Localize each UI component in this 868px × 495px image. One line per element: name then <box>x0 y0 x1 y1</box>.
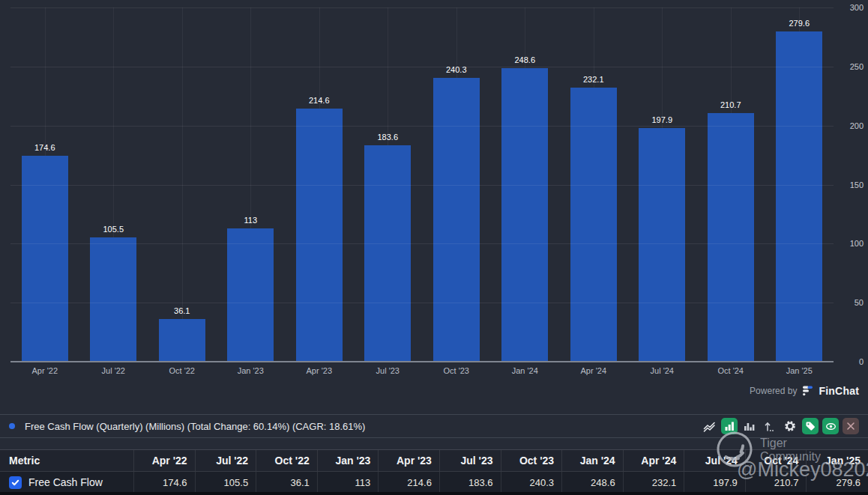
h-gridline <box>10 243 834 244</box>
x-tick-label: Jan '25 <box>765 366 834 375</box>
table-header-row: Metric Apr '22Jul '22Oct '22Jan '23Apr '… <box>0 450 868 472</box>
y-tick-label: 200 <box>850 121 864 130</box>
y-tick-label: 0 <box>859 357 864 366</box>
bar-Jan '24[interactable] <box>501 68 548 362</box>
series-name: Free Cash Flow <box>28 476 103 488</box>
h-gridline <box>10 185 834 186</box>
x-tick-label: Apr '23 <box>285 366 354 375</box>
value-cell: 197.9 <box>684 472 746 493</box>
metrics-table: Metric Apr '22Jul '22Oct '22Jan '23Apr '… <box>0 449 868 494</box>
bar-Oct '22[interactable] <box>159 319 205 362</box>
bar-Jul '23[interactable] <box>364 145 411 362</box>
h-gridline <box>10 67 834 67</box>
column-header: Apr '23 <box>379 450 440 471</box>
bar-value-label: 279.6 <box>765 19 834 28</box>
gear-icon[interactable] <box>782 418 798 434</box>
h-gridline <box>10 7 834 8</box>
value-cell: 214.6 <box>379 472 440 493</box>
y-tick-label: 100 <box>850 239 864 248</box>
plot-area: 174.6105.536.1113214.6183.6240.3248.6232… <box>10 7 834 362</box>
bar-Oct '24[interactable] <box>708 113 754 362</box>
close-button[interactable] <box>843 418 859 434</box>
y-tick-label: 250 <box>850 62 864 71</box>
bar-Jul '24[interactable] <box>639 128 685 362</box>
axis-scale-icon[interactable] <box>762 418 778 434</box>
value-cell: 183.6 <box>440 472 501 493</box>
legend-bar: Free Cash Flow (Quarterly) (Millions) (T… <box>0 414 868 438</box>
grouped-bars-icon[interactable] <box>741 418 758 434</box>
column-header: Apr '24 <box>624 450 685 471</box>
metric-name-cell: Free Cash Flow <box>0 472 134 493</box>
value-cell: 36.1 <box>256 472 318 493</box>
series-label: Free Cash Flow (Quarterly) (Millions) (T… <box>25 421 365 432</box>
chart-toolbar <box>701 418 859 434</box>
value-cell: 113 <box>318 472 379 493</box>
series-checkbox[interactable] <box>9 476 22 489</box>
column-header: Jan '24 <box>562 450 624 471</box>
column-header: Apr '22 <box>134 450 196 471</box>
column-header: Jul '23 <box>440 450 501 471</box>
h-gridline <box>10 126 834 127</box>
tag-button[interactable] <box>802 418 819 434</box>
column-header: Oct '22 <box>256 450 318 471</box>
bar-value-label: 210.7 <box>696 100 765 109</box>
eye-button[interactable] <box>822 418 839 434</box>
finchat-chart-widget: 174.6105.536.1113214.6183.6240.3248.6232… <box>0 0 868 495</box>
column-header: Oct '24 <box>746 450 807 471</box>
y-tick-label: 50 <box>855 298 864 307</box>
brand-name: FinChat <box>819 385 859 397</box>
bar-value-label: 105.5 <box>79 225 148 234</box>
powered-by-label: Powered by <box>750 386 797 396</box>
bar-Apr '22[interactable] <box>22 156 68 362</box>
value-cell: 240.3 <box>501 472 563 493</box>
metric-column-header: Metric <box>0 450 134 471</box>
value-cell: 248.6 <box>562 472 624 493</box>
column-header: Jul '22 <box>196 450 257 471</box>
x-axis-line <box>10 361 834 362</box>
x-tick-label: Oct '24 <box>696 366 765 375</box>
x-tick-label: Jul '23 <box>354 366 423 375</box>
bar-Jan '25[interactable] <box>776 31 822 362</box>
bar-value-label: 232.1 <box>559 75 628 84</box>
bar-value-label: 36.1 <box>148 306 217 315</box>
x-tick-label: Apr '22 <box>10 366 79 375</box>
value-cell: 105.5 <box>196 472 257 493</box>
series-dot-icon <box>9 423 15 429</box>
column-header: Jan '23 <box>318 450 379 471</box>
powered-by: Powered by FinChat <box>750 384 859 397</box>
value-cell: 279.6 <box>807 472 868 493</box>
column-header: Jul '24 <box>684 450 746 471</box>
column-header: Jan '25 <box>807 450 868 471</box>
x-tick-label: Jan '24 <box>491 366 560 375</box>
x-tick-label: Jul '22 <box>79 366 148 375</box>
value-cell: 210.7 <box>746 472 807 493</box>
bar-value-label: 197.9 <box>628 115 697 124</box>
x-tick-label: Jul '24 <box>628 366 697 375</box>
column-header: Oct '23 <box>501 450 563 471</box>
x-tick-label: Oct '22 <box>148 366 217 375</box>
bar-value-label: 248.6 <box>491 55 560 64</box>
x-axis-labels: Apr '22Jul '22Oct '22Jan '23Apr '23Jul '… <box>10 366 834 375</box>
bar-Jul '22[interactable] <box>90 237 136 362</box>
table-data-row: Free Cash Flow 174.6105.536.1113214.6183… <box>0 472 868 493</box>
y-tick-label: 150 <box>850 180 864 189</box>
bar-Apr '24[interactable] <box>570 88 617 362</box>
bar-Oct '23[interactable] <box>433 78 480 362</box>
bottom-strip <box>0 492 868 495</box>
finchat-logo-icon <box>801 384 814 397</box>
bar-Apr '23[interactable] <box>296 109 343 362</box>
bar-value-label: 214.6 <box>285 96 354 105</box>
h-gridline <box>10 303 834 303</box>
bar-Jan '23[interactable] <box>227 228 274 362</box>
bar-value-label: 174.6 <box>10 143 79 152</box>
x-tick-label: Jan '23 <box>217 366 286 375</box>
y-axis: 050100150200250300 <box>835 0 868 369</box>
bar-value-label: 113 <box>217 216 286 225</box>
y-tick-label: 300 <box>850 3 864 12</box>
value-cell: 232.1 <box>624 472 685 493</box>
bar-chart-button[interactable] <box>721 418 738 434</box>
multi-line-chart-icon[interactable] <box>701 418 717 434</box>
x-tick-label: Apr '24 <box>559 366 628 375</box>
x-tick-label: Oct '23 <box>422 366 491 375</box>
value-cell: 174.6 <box>134 472 196 493</box>
